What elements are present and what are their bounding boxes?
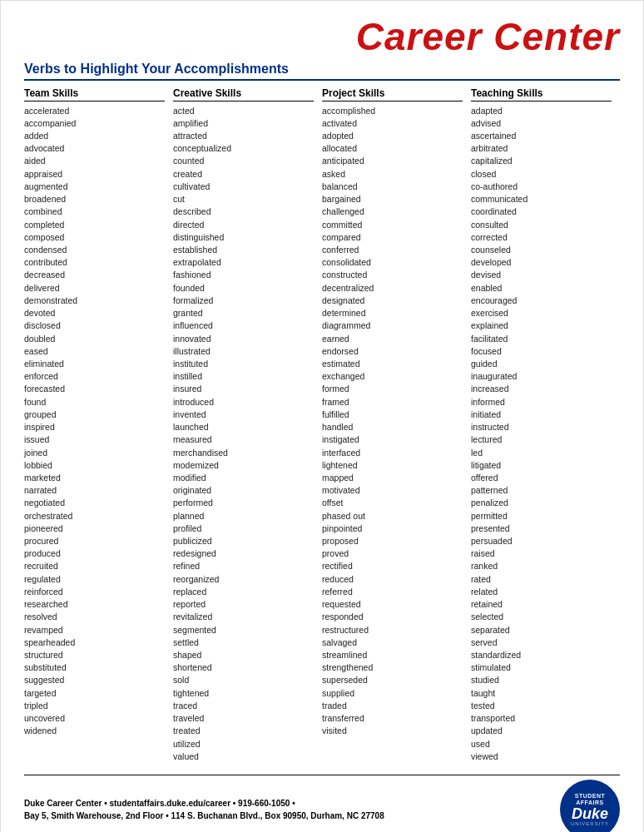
- list-item: narrated: [24, 484, 165, 497]
- team-skills-column: Team Skills acceleratedaccompaniedaddeda…: [24, 87, 173, 738]
- list-item: treated: [173, 725, 314, 737]
- list-item: retained: [471, 598, 612, 611]
- list-item: introduced: [173, 396, 314, 409]
- list-item: co-authored: [471, 181, 612, 193]
- list-item: recruited: [24, 560, 165, 572]
- list-item: transported: [471, 712, 612, 725]
- list-item: influenced: [173, 319, 314, 332]
- list-item: launched: [173, 421, 314, 433]
- list-item: added: [24, 130, 165, 142]
- list-item: asked: [322, 168, 463, 181]
- list-item: appraised: [24, 168, 165, 181]
- list-item: rectified: [322, 560, 463, 572]
- list-item: tightened: [173, 687, 314, 700]
- project-skills-column: Project Skills accomplishedactivatedadop…: [322, 87, 471, 738]
- list-item: inaugurated: [471, 370, 612, 383]
- list-item: lightened: [322, 459, 463, 472]
- list-item: corrected: [471, 231, 612, 244]
- list-item: negotiated: [24, 497, 165, 509]
- list-item: fashioned: [173, 269, 314, 281]
- list-item: publicized: [173, 535, 314, 547]
- list-item: transferred: [322, 712, 463, 725]
- list-item: devised: [471, 269, 612, 281]
- list-item: closed: [471, 168, 612, 181]
- list-item: innovated: [173, 333, 314, 345]
- list-item: acted: [173, 105, 314, 117]
- list-item: arbitrated: [471, 142, 612, 155]
- list-item: widened: [24, 725, 165, 737]
- list-item: advised: [471, 117, 612, 130]
- list-item: traveled: [173, 712, 314, 725]
- list-item: aided: [24, 155, 165, 167]
- list-item: litigated: [471, 459, 612, 472]
- list-item: structured: [24, 649, 165, 661]
- list-item: anticipated: [322, 155, 463, 167]
- list-item: traded: [322, 700, 463, 712]
- footer-line1: Duke Career Center • studentaffairs.duke…: [24, 797, 384, 810]
- list-item: facilitated: [471, 333, 612, 345]
- creative-skills-header: Creative Skills: [173, 87, 314, 102]
- list-item: ascertained: [471, 130, 612, 142]
- list-item: guided: [471, 358, 612, 370]
- creative-skills-column: Creative Skills actedamplifiedattractedc…: [173, 87, 322, 763]
- list-item: created: [173, 168, 314, 181]
- list-item: instigated: [322, 433, 463, 446]
- list-item: combined: [24, 206, 165, 218]
- list-item: merchandised: [173, 447, 314, 459]
- team-skills-list: acceleratedaccompaniedaddedadvocatedaide…: [24, 105, 165, 738]
- list-item: measured: [173, 433, 314, 446]
- list-item: selected: [471, 611, 612, 623]
- list-item: supplied: [322, 687, 463, 700]
- list-item: suggested: [24, 674, 165, 686]
- list-item: reinforced: [24, 586, 165, 598]
- list-item: allocated: [322, 142, 463, 155]
- list-item: compared: [322, 231, 463, 244]
- list-item: cultivated: [173, 181, 314, 193]
- list-item: permitted: [471, 510, 612, 522]
- list-item: disclosed: [24, 319, 165, 332]
- list-item: attracted: [173, 130, 314, 142]
- footer-line2: Bay 5, Smith Warehouse, 2nd Floor • 114 …: [24, 810, 384, 822]
- list-item: broadened: [24, 193, 165, 206]
- list-item: exchanged: [322, 370, 463, 383]
- list-item: substituted: [24, 661, 165, 674]
- list-item: issued: [24, 433, 165, 446]
- list-item: contributed: [24, 256, 165, 269]
- list-item: earned: [322, 333, 463, 345]
- list-item: presented: [471, 522, 612, 535]
- list-item: amplified: [173, 117, 314, 130]
- list-item: tested: [471, 700, 612, 712]
- subtitle: Verbs to Highlight Your Accomplishments: [24, 62, 620, 81]
- team-skills-header: Team Skills: [24, 87, 165, 102]
- list-item: increased: [471, 383, 612, 395]
- list-item: grouped: [24, 409, 165, 421]
- list-item: orchestrated: [24, 510, 165, 522]
- list-item: augmented: [24, 181, 165, 193]
- list-item: strengthened: [322, 661, 463, 674]
- list-item: conferred: [322, 244, 463, 256]
- list-item: originated: [173, 484, 314, 497]
- list-item: coordinated: [471, 206, 612, 218]
- list-item: estimated: [322, 358, 463, 370]
- list-item: activated: [322, 117, 463, 130]
- list-item: redesigned: [173, 547, 314, 560]
- list-item: served: [471, 636, 612, 649]
- list-item: insured: [173, 383, 314, 395]
- duke-badge: STUDENTAFFAIRS Duke UNIVERSITY: [560, 780, 620, 832]
- list-item: found: [24, 396, 165, 409]
- list-item: counseled: [471, 244, 612, 256]
- list-item: consulted: [471, 219, 612, 231]
- list-item: delivered: [24, 282, 165, 295]
- list-item: traced: [173, 700, 314, 712]
- list-item: responded: [322, 611, 463, 623]
- list-item: instituted: [173, 358, 314, 370]
- list-item: revitalized: [173, 611, 314, 623]
- list-item: developed: [471, 256, 612, 269]
- list-item: formalized: [173, 295, 314, 307]
- list-item: framed: [322, 396, 463, 409]
- list-item: reported: [173, 598, 314, 611]
- list-item: uncovered: [24, 712, 165, 725]
- list-item: doubled: [24, 333, 165, 345]
- list-item: joined: [24, 447, 165, 459]
- list-item: salvaged: [322, 636, 463, 649]
